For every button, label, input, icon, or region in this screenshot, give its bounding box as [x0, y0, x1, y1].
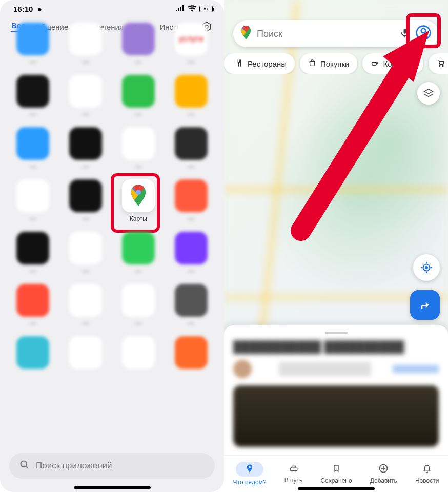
app-generic[interactable]: —: [9, 127, 57, 170]
sheet-handle[interactable]: [325, 332, 348, 334]
app-generic[interactable]: —: [62, 127, 110, 170]
signal-icon: [176, 5, 185, 13]
home-indicator[interactable]: [74, 486, 151, 489]
nav-label: Что рядом?: [233, 479, 267, 486]
svg-point-11: [425, 266, 427, 269]
app-generic[interactable]: —: [115, 127, 162, 170]
cart-icon: [437, 59, 445, 69]
app-generic[interactable]: [167, 336, 215, 377]
svg-point-3: [136, 190, 141, 195]
svg-point-20: [291, 470, 292, 471]
plus-circle-icon: [378, 463, 389, 475]
app-grid[interactable]: — — — услуги— — — — — — — — — — —: [0, 39, 224, 377]
chip-shopping[interactable]: Покупки: [300, 53, 357, 74]
app-generic[interactable]: [62, 336, 110, 377]
sheet-title: ███████████ ██████████: [233, 340, 439, 354]
nav-contribute[interactable]: Добавить: [370, 463, 397, 484]
nav-label: Добавить: [370, 477, 397, 484]
app-generic[interactable]: —: [167, 127, 215, 170]
sheet-photo[interactable]: [233, 385, 439, 447]
app-generic[interactable]: —: [62, 232, 110, 275]
coffee-icon: [371, 59, 379, 69]
chip-label: Кофейни: [383, 59, 415, 68]
maps-label: Карты: [130, 215, 147, 222]
explore-sheet[interactable]: ███████████ ██████████: [224, 325, 448, 455]
shopping-icon: [308, 59, 316, 69]
app-generic[interactable]: —: [62, 75, 110, 118]
chip-coffee[interactable]: Кофейни: [362, 53, 423, 74]
app-generic[interactable]: [9, 336, 57, 377]
sheet-author-row[interactable]: [233, 360, 439, 378]
pin-icon: [236, 462, 263, 477]
bookmark-icon: [332, 463, 340, 475]
svg-point-7: [421, 29, 426, 33]
svg-point-8: [439, 65, 440, 66]
nav-go[interactable]: В путь: [284, 464, 303, 484]
app-generic[interactable]: —: [115, 75, 162, 118]
app-generic[interactable]: —: [115, 284, 162, 327]
mic-icon[interactable]: [400, 27, 410, 40]
app-generic[interactable]: —: [115, 232, 162, 275]
app-search-placeholder: Поиск приложений: [36, 461, 112, 471]
map-search-bar[interactable]: Поиск: [233, 20, 439, 47]
nav-label: В путь: [284, 477, 303, 484]
app-generic[interactable]: —: [167, 179, 215, 222]
app-generic[interactable]: —: [9, 75, 57, 118]
restaurant-icon: [235, 59, 243, 69]
status-time: 16:10 ●: [13, 5, 42, 13]
chip-label: Покупки: [320, 59, 349, 68]
app-generic[interactable]: —: [167, 232, 215, 275]
chip-restaurants[interactable]: Рестораны: [224, 53, 295, 74]
bottom-nav: Что рядом? В путь Сохранено Добавить Нов…: [224, 455, 448, 492]
google-maps-screen: Поиск Рестораны Покупки Кофейни: [224, 0, 448, 492]
app-generic[interactable]: —: [9, 23, 57, 66]
nav-explore[interactable]: Что рядом?: [233, 462, 267, 486]
directions-button[interactable]: [410, 290, 440, 320]
map-search-placeholder: Поиск: [257, 29, 395, 39]
svg-point-9: [442, 65, 443, 66]
author-avatar[interactable]: [233, 360, 252, 378]
google-maps-app[interactable]: Карты: [115, 179, 162, 222]
nav-label: Новости: [415, 477, 439, 484]
app-generic[interactable]: —: [9, 284, 57, 327]
nav-label: Сохранено: [320, 477, 352, 484]
search-icon: [19, 460, 30, 473]
app-generic[interactable]: —: [167, 75, 215, 118]
maps-logo-icon: [240, 26, 252, 42]
chip-more[interactable]: П: [429, 53, 448, 74]
nav-saved[interactable]: Сохранено: [320, 463, 352, 484]
app-generic[interactable]: —: [9, 179, 57, 222]
app-search-input[interactable]: Поиск приложений: [9, 453, 215, 479]
battery-icon: 57: [199, 6, 213, 12]
app-generic[interactable]: услуги—: [167, 23, 215, 66]
app-generic[interactable]: —: [62, 23, 110, 66]
app-generic[interactable]: [115, 336, 162, 377]
account-avatar[interactable]: [415, 25, 432, 43]
author-name: [279, 362, 371, 376]
wifi-icon: [188, 5, 197, 13]
maps-icon: [122, 179, 155, 212]
app-drawer-screen: 16:10 ● 57 Все Общение Развлечения Фото …: [0, 0, 224, 492]
app-generic[interactable]: —: [62, 179, 110, 222]
car-icon: [289, 464, 299, 475]
app-generic[interactable]: —: [115, 23, 162, 66]
app-generic[interactable]: —: [9, 232, 57, 275]
locate-me-button[interactable]: [413, 254, 440, 281]
svg-line-5: [26, 466, 28, 468]
nav-updates[interactable]: Новости: [415, 463, 439, 484]
bell-icon: [422, 463, 432, 475]
home-indicator[interactable]: [298, 487, 375, 490]
status-bar: 16:10 ● 57: [0, 0, 224, 16]
follow-link[interactable]: [393, 365, 439, 373]
layers-button[interactable]: [417, 82, 440, 105]
app-generic[interactable]: —: [62, 284, 110, 327]
svg-point-21: [295, 470, 296, 471]
app-generic[interactable]: —: [167, 284, 215, 327]
chip-label: Рестораны: [248, 59, 287, 68]
category-chips[interactable]: Рестораны Покупки Кофейни П: [224, 53, 448, 74]
